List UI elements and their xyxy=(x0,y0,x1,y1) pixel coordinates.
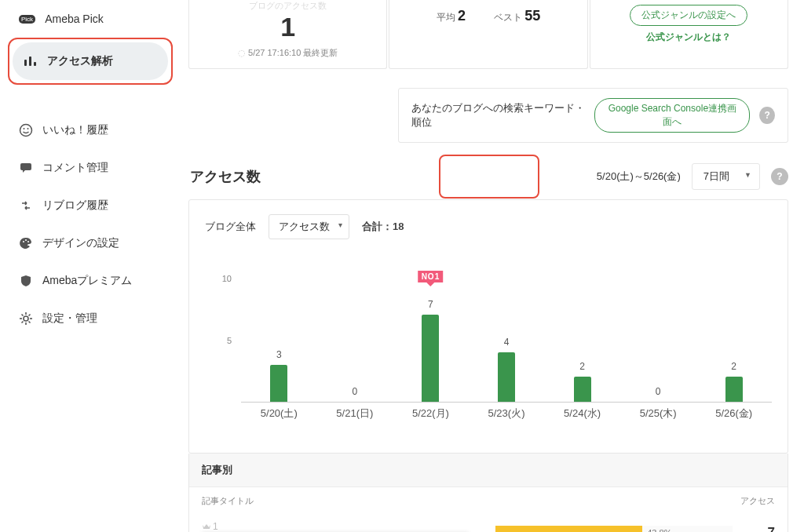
sidebar-item-label: Ameba Pick xyxy=(45,13,104,25)
svg-rect-2 xyxy=(34,62,36,66)
x-label: 5/21(日) xyxy=(336,406,373,421)
col-title: 記事タイトル xyxy=(202,495,254,507)
comment-icon xyxy=(19,161,33,175)
genre-settings-button[interactable]: 公式ジャンルの設定へ xyxy=(630,5,747,26)
no1-badge: NO1 xyxy=(418,271,444,282)
reblog-icon xyxy=(19,199,33,213)
sidebar-item-label: リブログ履歴 xyxy=(42,199,108,213)
sidebar-item-label: デザインの設定 xyxy=(42,236,119,250)
svg-point-7 xyxy=(23,241,24,242)
gsc-link-button[interactable]: Google Search Console連携画面へ xyxy=(594,98,750,133)
avg-kpi: 平均 2 xyxy=(437,8,466,24)
access-value: 1 xyxy=(189,12,386,42)
sidebar-item-reblog[interactable]: リブログ履歴 xyxy=(8,187,173,224)
shield-icon xyxy=(19,274,33,288)
sidebar-item-design[interactable]: デザインの設定 xyxy=(8,224,173,262)
help-icon[interactable]: ? xyxy=(759,107,775,124)
card-blog-access: ブログのアクセス数 1 ◌ 5/27 17:16:10 最終更新 xyxy=(188,0,387,69)
updated-label: ◌ 5/27 17:16:10 最終更新 xyxy=(189,47,386,59)
sidebar: Pick Ameba Pick アクセス解析 いいね！履歴 コメント管理 リブロ… xyxy=(0,0,181,532)
x-label: 5/26(金) xyxy=(715,406,752,421)
svg-line-18 xyxy=(29,315,31,316)
crown-icon xyxy=(202,522,211,531)
section-title: アクセス数 xyxy=(190,167,261,186)
bar-value: 2 xyxy=(731,361,736,372)
sidebar-item-label: 設定・管理 xyxy=(42,312,97,326)
bar[interactable]: NO1 xyxy=(422,315,439,402)
svg-point-9 xyxy=(27,241,29,242)
svg-rect-0 xyxy=(24,60,27,66)
col-access: アクセス xyxy=(740,495,775,507)
help-icon[interactable]: ? xyxy=(771,168,788,185)
svg-point-8 xyxy=(25,239,27,241)
svg-point-10 xyxy=(24,316,28,321)
svg-line-16 xyxy=(29,322,31,323)
svg-line-15 xyxy=(22,315,24,316)
bar-value: 0 xyxy=(656,386,661,397)
bar-value: 2 xyxy=(579,361,585,372)
svg-point-3 xyxy=(20,125,32,137)
pick-icon: Pick xyxy=(19,15,35,24)
bar[interactable] xyxy=(498,352,515,402)
svg-point-5 xyxy=(27,128,29,129)
article-card: 記事別 記事タイトル アクセス 1 43.8% xyxy=(188,454,788,532)
bar-value: 0 xyxy=(353,386,358,397)
total: 合計：18 xyxy=(362,220,404,234)
card-title: ブログのアクセス数 xyxy=(189,0,386,12)
smile-icon xyxy=(19,123,33,137)
svg-rect-6 xyxy=(20,163,31,170)
x-label: 5/23(火) xyxy=(488,406,525,421)
bar-chart: 510 35/20(土)05/21(日)NO175/22(月)45/23(火)2… xyxy=(205,253,772,426)
svg-point-4 xyxy=(24,128,25,129)
x-label: 5/24(水) xyxy=(564,406,601,421)
highlight-access-analysis: アクセス解析 xyxy=(8,38,173,85)
bar-value: 7 xyxy=(428,299,433,310)
chart-icon xyxy=(24,54,38,68)
best-kpi: ベスト 55 xyxy=(494,8,540,24)
sidebar-item-comment[interactable]: コメント管理 xyxy=(8,149,173,187)
sidebar-item-pick[interactable]: Pick Ameba Pick xyxy=(8,0,173,38)
metric-select[interactable]: アクセス数 xyxy=(269,214,349,239)
chart-card: ブログ全体 アクセス数 合計：18 510 35/20(土)05/21(日)NO… xyxy=(188,199,788,454)
x-label: 5/25(木) xyxy=(640,406,677,421)
bar-value: 3 xyxy=(276,349,282,360)
period-select[interactable]: 7日間 xyxy=(692,163,760,190)
sidebar-item-like[interactable]: いいね！履歴 xyxy=(8,111,173,149)
sidebar-item-premium[interactable]: Amebaプレミアム xyxy=(8,262,173,300)
gsc-card: あなたのブログへの検索キーワード・順位 Google Search Consol… xyxy=(398,88,788,143)
sidebar-item-label: アクセス解析 xyxy=(47,54,113,68)
x-label: 5/20(土) xyxy=(261,406,298,421)
svg-line-17 xyxy=(22,322,24,323)
palette-icon xyxy=(19,236,33,250)
chart-tab: ブログ全体 xyxy=(205,220,256,234)
sidebar-item-label: Amebaプレミアム xyxy=(42,274,132,288)
rank-badge: 1 xyxy=(202,521,484,532)
bar[interactable] xyxy=(574,377,591,402)
access-count: 7 xyxy=(744,525,775,532)
bar[interactable] xyxy=(725,377,743,402)
bar[interactable] xyxy=(270,365,287,403)
percent-bar: 43.8% xyxy=(495,526,733,532)
sidebar-item-label: いいね！履歴 xyxy=(42,123,108,137)
gsc-text: あなたのブログへの検索キーワード・順位 xyxy=(411,101,585,129)
sidebar-item-access[interactable]: アクセス解析 xyxy=(13,42,168,80)
svg-rect-1 xyxy=(29,56,31,66)
article-header: 記事別 xyxy=(189,454,788,487)
sidebar-item-settings[interactable]: 設定・管理 xyxy=(8,300,173,337)
main-content: ブログのアクセス数 1 ◌ 5/27 17:16:10 最終更新 平均 2 ベス… xyxy=(181,0,804,532)
gear-icon xyxy=(19,312,33,326)
sidebar-item-label: コメント管理 xyxy=(42,161,108,175)
bar-value: 4 xyxy=(504,337,510,348)
genre-what-link[interactable]: 公式ジャンルとは？ xyxy=(646,31,731,44)
date-range: 5/20(土)～5/26(金) xyxy=(597,169,681,184)
card-avg-best: 平均 2 ベスト 55 xyxy=(389,0,587,69)
article-row[interactable]: 1 43.8% 7 xyxy=(189,515,788,532)
x-label: 5/22(月) xyxy=(412,406,449,421)
card-genre: 公式ジャンルの設定へ 公式ジャンルとは？ xyxy=(590,0,788,69)
